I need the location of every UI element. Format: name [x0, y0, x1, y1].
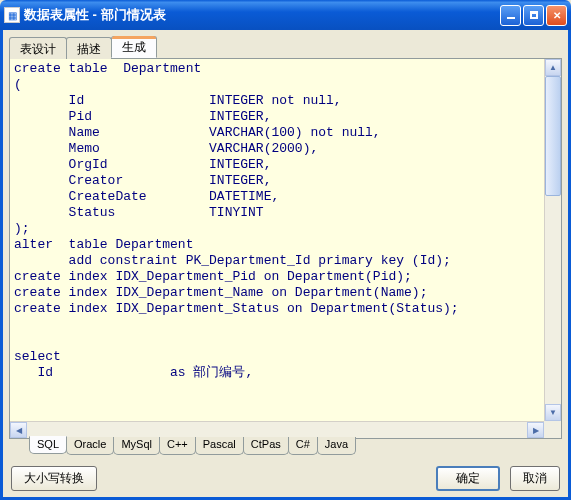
- scroll-thumb[interactable]: [545, 76, 561, 196]
- bottom-tab-ctpas[interactable]: CtPas: [243, 437, 289, 455]
- close-button[interactable]: [546, 5, 567, 26]
- code-panel: create table Department ( Id INTEGER not…: [9, 58, 562, 439]
- tab-generate[interactable]: 生成: [111, 36, 157, 58]
- bottom-tab-mysql[interactable]: MySql: [113, 437, 160, 455]
- close-icon: [553, 9, 561, 21]
- scroll-down-button[interactable]: ▼: [545, 404, 561, 421]
- scroll-right-button[interactable]: ▶: [527, 422, 544, 438]
- bottom-tab-java[interactable]: Java: [317, 437, 356, 455]
- code-area: create table Department ( Id INTEGER not…: [10, 59, 561, 438]
- bottom-tabs: SQL Oracle MySql C++ Pascal CtPas C# Jav…: [9, 438, 562, 456]
- bottom-tab-sql[interactable]: SQL: [29, 436, 67, 454]
- scroll-corner: [544, 421, 561, 438]
- titlebar: ▦ 数据表属性 - 部门情况表: [0, 0, 571, 30]
- minimize-icon: [507, 17, 515, 19]
- horizontal-scrollbar[interactable]: ◀ ▶: [10, 421, 544, 438]
- tab-description[interactable]: 描述: [66, 37, 112, 59]
- case-convert-button[interactable]: 大小写转换: [11, 466, 97, 491]
- button-row: 大小写转换 确定 取消: [9, 466, 562, 491]
- window-body: 表设计 描述 生成 create table Department ( Id I…: [0, 30, 571, 500]
- maximize-icon: [530, 11, 538, 19]
- bottom-tab-oracle[interactable]: Oracle: [66, 437, 114, 455]
- cancel-button[interactable]: 取消: [510, 466, 560, 491]
- app-icon: ▦: [4, 7, 20, 23]
- bottom-tab-csharp[interactable]: C#: [288, 437, 318, 455]
- minimize-button[interactable]: [500, 5, 521, 26]
- bottom-tab-cpp[interactable]: C++: [159, 437, 196, 455]
- code-text[interactable]: create table Department ( Id INTEGER not…: [10, 59, 561, 383]
- ok-button[interactable]: 确定: [436, 466, 500, 491]
- vertical-scrollbar[interactable]: ▲ ▼: [544, 59, 561, 421]
- maximize-button[interactable]: [523, 5, 544, 26]
- top-tabs: 表设计 描述 生成: [9, 36, 562, 58]
- tab-table-design[interactable]: 表设计: [9, 37, 67, 59]
- window-title: 数据表属性 - 部门情况表: [24, 6, 500, 24]
- scroll-left-button[interactable]: ◀: [10, 422, 27, 438]
- scroll-up-button[interactable]: ▲: [545, 59, 561, 76]
- bottom-tab-pascal[interactable]: Pascal: [195, 437, 244, 455]
